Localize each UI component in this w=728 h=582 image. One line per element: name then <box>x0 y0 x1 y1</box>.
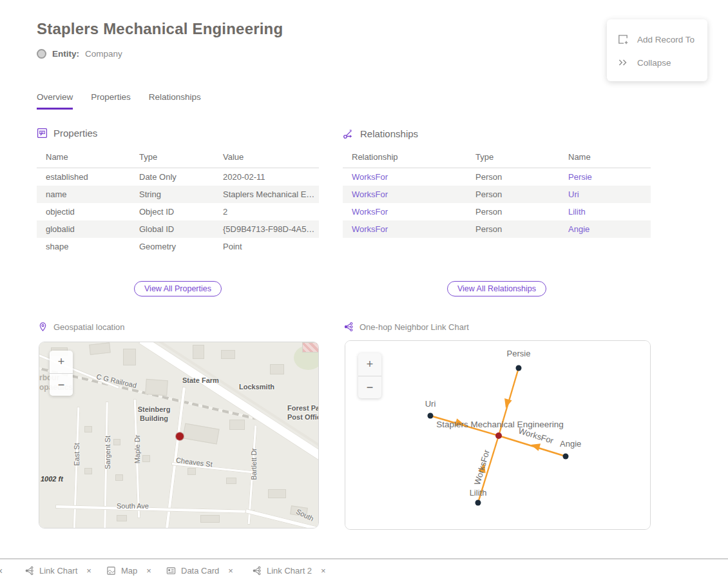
location-marker[interactable] <box>176 432 184 440</box>
cell: Staplers Mechanical Eng… <box>214 186 319 203</box>
cell: Global ID <box>130 220 214 238</box>
map-view[interactable]: rbour opaedics C G Railroad State Farm L… <box>39 342 319 529</box>
collapse-menu-item[interactable]: Collapse <box>607 51 707 74</box>
link-chart-section-header: One-hop Neighbor Link Chart <box>343 322 469 332</box>
map-scale-label: 1002 ft <box>41 475 63 483</box>
node-lilith[interactable] <box>475 500 481 506</box>
map-label-steinberg: Steinberg Building <box>134 405 174 423</box>
page-title: Staplers Mechanical Engineering <box>37 20 283 38</box>
node-persie[interactable] <box>516 365 522 371</box>
cell: 2 <box>214 203 319 220</box>
add-record-to-menu-item[interactable]: Add Record To <box>607 28 707 51</box>
link-chart-edges <box>345 341 651 530</box>
map-building <box>226 478 236 484</box>
cell: {5D9B4713-F98D-4A53-… <box>214 220 319 238</box>
map-building <box>229 420 245 430</box>
tab-properties[interactable]: Properties <box>91 92 131 110</box>
map-building <box>84 426 92 432</box>
properties-col-name: Name <box>37 147 130 168</box>
relationships-col-relationship: Relationship <box>343 147 466 168</box>
workspace-tab-data-card[interactable]: Data Card × <box>166 559 233 582</box>
workspace-tab-label[interactable]: Map <box>121 566 137 576</box>
entity-link[interactable]: Persie <box>559 168 651 186</box>
relationships-section-header: Relationships <box>343 128 418 139</box>
table-row: shapeGeometryPoint <box>37 238 319 255</box>
relationships-section-title: Relationships <box>360 128 418 139</box>
relationship-link[interactable]: WorksFor <box>343 220 466 238</box>
map-zoom-in-button[interactable]: + <box>50 351 73 373</box>
close-tab-icon[interactable]: × <box>146 566 151 576</box>
map-building <box>187 468 196 475</box>
table-row: objectidObject ID2 <box>37 203 319 220</box>
link-chart-zoom-control: + − <box>358 353 381 398</box>
cell: Object ID <box>130 203 214 220</box>
geospatial-section-title: Geospatial location <box>53 322 125 332</box>
workspace-tab-link-chart-2[interactable]: Link Chart 2 × <box>252 559 326 582</box>
data-card-page: Staplers Mechanical Engineering Entity: … <box>0 0 728 582</box>
map-zoom-control: + − <box>50 351 73 396</box>
properties-section-header: Properties <box>37 128 97 139</box>
add-record-icon <box>617 34 629 45</box>
link-chart-icon <box>252 566 262 576</box>
map-canvas[interactable]: rbour opaedics C G Railroad State Farm L… <box>39 342 318 528</box>
node-uri[interactable] <box>428 413 434 419</box>
data-card-icon <box>166 566 176 576</box>
map-label-bartlett-dr: Bartlett Dr <box>250 448 258 480</box>
cell: name <box>37 186 130 203</box>
view-all-properties-button[interactable]: View All Properties <box>134 281 222 296</box>
close-tab-icon[interactable]: × <box>228 566 233 576</box>
entity-link[interactable]: Uri <box>559 186 651 203</box>
cell: objectid <box>37 203 130 220</box>
map-label-sargent-st: Sargent St <box>104 436 111 469</box>
cell: 2020-02-11 <box>214 168 319 186</box>
relationship-link[interactable]: WorksFor <box>343 203 466 220</box>
close-tab-icon[interactable]: × <box>0 566 3 576</box>
relationship-link[interactable]: WorksFor <box>343 168 466 186</box>
cell: established <box>37 168 130 186</box>
context-menu: Add Record To Collapse <box>607 19 707 81</box>
table-row: WorksForPersonLilith <box>343 203 651 220</box>
link-chart-canvas[interactable]: Persie Uri Angie Lilith Staplers Mechani… <box>345 341 650 529</box>
collapse-label: Collapse <box>637 58 671 68</box>
entity-link[interactable]: Angie <box>559 220 651 238</box>
cell: shape <box>37 238 130 255</box>
table-row: WorksForPersonAngie <box>343 220 651 238</box>
properties-icon <box>37 128 48 139</box>
node-center[interactable] <box>495 432 502 439</box>
view-all-relationships-button[interactable]: View All Relationships <box>447 281 546 296</box>
map-zoom-out-button[interactable]: − <box>50 373 73 396</box>
tab-bar: Overview Properties Relationships <box>37 92 201 110</box>
view-all-relationships-row: View All Relationships <box>343 281 651 296</box>
collapse-icon <box>617 57 629 68</box>
street-south-ave <box>55 505 255 514</box>
cell: Date Only <box>130 168 214 186</box>
map-building <box>200 515 220 523</box>
map-building <box>268 489 286 498</box>
tab-relationships[interactable]: Relationships <box>149 92 201 110</box>
node-label-angie: Angie <box>560 439 581 449</box>
close-tab-icon[interactable]: × <box>86 566 91 576</box>
workspace-tab-label[interactable]: Link Chart <box>39 566 77 576</box>
table-row: nameStringStaplers Mechanical Eng… <box>37 186 319 203</box>
tab-overview[interactable]: Overview <box>37 92 73 110</box>
map-label-south-ave: South Ave <box>117 502 149 510</box>
node-angie[interactable] <box>563 454 569 460</box>
cell: Point <box>214 238 319 255</box>
node-label-center: Staplers Mechanical Engineering <box>436 420 563 429</box>
map-building <box>89 342 110 354</box>
workspace-tab-link-chart[interactable]: Link Chart × <box>24 559 91 582</box>
link-chart-zoom-in-button[interactable]: + <box>358 353 381 376</box>
entity-link[interactable]: Lilith <box>559 203 651 220</box>
link-chart-view[interactable]: Persie Uri Angie Lilith Staplers Mechani… <box>345 340 651 530</box>
link-chart-zoom-out-button[interactable]: − <box>358 376 381 398</box>
relationship-link[interactable]: WorksFor <box>343 186 466 203</box>
close-tab-icon[interactable]: × <box>321 566 326 576</box>
workspace-tab-map[interactable]: Map × <box>106 559 151 582</box>
workspace-tab-label[interactable]: Link Chart 2 <box>267 566 312 576</box>
node-label-persie: Persie <box>507 349 531 358</box>
map-building <box>84 468 92 474</box>
workspace-tab-label[interactable]: Data Card <box>181 566 219 576</box>
map-label-post-office: Forest Par Post Offic <box>287 404 319 422</box>
cell: Person <box>466 220 559 238</box>
map-building <box>115 474 123 481</box>
